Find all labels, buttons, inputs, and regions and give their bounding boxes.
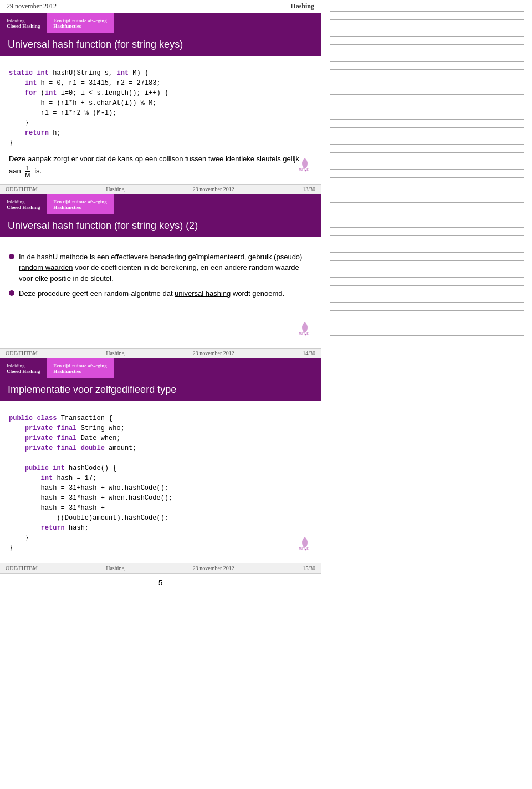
slide-2-bullets: In de hashU methode is een effectievere …	[9, 252, 312, 299]
sidebar-line	[330, 335, 524, 336]
bullet-dot-2	[9, 290, 14, 296]
sidebar-line	[330, 294, 524, 294]
slide-2-footer-date: 29 november 2012	[193, 350, 234, 356]
sidebar-line	[330, 310, 524, 311]
sidebar-line	[330, 211, 524, 211]
sidebar-line	[330, 69, 524, 70]
sidebar-line	[330, 285, 524, 286]
sidebar-line	[330, 327, 524, 327]
sidebar-line	[330, 28, 524, 28]
sidebar-line	[330, 19, 524, 20]
sidebar-line	[330, 319, 524, 319]
slide-1-tab-2-bottom: Hashfuncties	[53, 23, 107, 29]
slide-1-text: Deze aanpak zorgt er voor dat de kans op…	[9, 153, 312, 178]
slide-1: Inleiding Closed Hashing Een tijd-ruimte…	[0, 13, 321, 194]
slide-2-logo: tunys	[296, 319, 313, 337]
sidebar-line	[330, 44, 524, 45]
slide-1-footer-left: ODE/FHTBM	[6, 186, 38, 192]
slide-3: Inleiding Closed Hashing Een tijd-ruimte…	[0, 358, 321, 573]
slide-1-footer-page: 13/30	[303, 186, 315, 192]
slide-3-tab-1-bottom: Closed Hashing	[7, 368, 40, 374]
slide-1-tab-1[interactable]: Inleiding Closed Hashing	[0, 13, 47, 33]
header-date: 29 november 2012	[7, 2, 57, 11]
slide-3-code: public class Transaction { private final…	[9, 413, 312, 553]
sidebar-line	[330, 219, 524, 219]
header-title: Hashing	[290, 2, 314, 11]
bullet-dot-1	[9, 254, 14, 259]
slide-2-footer-left: ODE/FHTBM	[6, 350, 38, 356]
slide-1-tab-2-top: Een tijd-ruimte afweging	[53, 18, 107, 23]
slide-1-tab-1-top: Inleiding	[7, 18, 40, 23]
slide-2: Inleiding Closed Hashing Een tijd-ruimte…	[0, 194, 321, 358]
slide-3-footer-center: Hashing	[106, 565, 124, 571]
sidebar-line	[330, 302, 524, 303]
slide-2-tab-1-top: Inleiding	[7, 199, 40, 204]
right-sidebar	[321, 0, 532, 789]
page-header: 29 november 2012 Hashing	[0, 0, 321, 13]
slide-2-nav: Inleiding Closed Hashing Een tijd-ruimte…	[0, 194, 321, 214]
sidebar-line	[330, 186, 524, 186]
sidebar-line	[330, 144, 524, 145]
sidebar-line	[330, 260, 524, 261]
slide-3-logo: tunys	[296, 534, 313, 552]
slide-3-tab-2-bottom: Hashfuncties	[53, 368, 107, 374]
sidebar-line	[330, 202, 524, 203]
sidebar-line	[330, 103, 524, 103]
sidebar-line	[330, 36, 524, 37]
sidebar-line	[330, 78, 524, 78]
sidebar-line	[330, 244, 524, 244]
slide-3-nav: Inleiding Closed Hashing Een tijd-ruimte…	[0, 358, 321, 378]
slide-1-tab-2[interactable]: Een tijd-ruimte afweging Hashfuncties	[47, 13, 114, 33]
slide-1-nav: Inleiding Closed Hashing Een tijd-ruimte…	[0, 13, 321, 33]
page-wrapper: 29 november 2012 Hashing Inleiding Close…	[0, 0, 532, 789]
sidebar-line	[330, 161, 524, 161]
slide-2-footer: ODE/FHTBM Hashing 29 november 2012 14/30	[0, 348, 321, 358]
slide-3-tab-1-top: Inleiding	[7, 363, 40, 368]
slide-2-title: Universal hash function (for string keys…	[0, 214, 321, 237]
sidebar-lines	[330, 6, 524, 336]
sidebar-line	[330, 235, 524, 236]
slide-2-tab-2-bottom: Hashfuncties	[53, 204, 107, 210]
slide-3-tab-2[interactable]: Een tijd-ruimte afweging Hashfuncties	[47, 358, 114, 378]
sidebar-line	[330, 152, 524, 153]
slide-1-footer: ODE/FHTBM Hashing 29 november 2012 13/30	[0, 184, 321, 194]
slide-1-footer-date: 29 november 2012	[193, 186, 234, 192]
svg-text:tunys: tunys	[299, 167, 309, 172]
slide-3-body: public class Transaction { private final…	[0, 401, 321, 563]
slide-1-logo: tunys	[296, 155, 313, 173]
sidebar-line	[330, 53, 524, 53]
svg-text:tunys: tunys	[299, 546, 309, 551]
slide-2-footer-center: Hashing	[106, 350, 124, 356]
slide-3-footer: ODE/FHTBM Hashing 29 november 2012 15/30	[0, 563, 321, 573]
sidebar-line	[330, 194, 524, 194]
sidebar-line	[330, 227, 524, 228]
slide-3-footer-date: 29 november 2012	[193, 565, 234, 571]
page-number: 5	[0, 573, 321, 591]
slide-1-tab-1-bottom: Closed Hashing	[7, 23, 40, 29]
slide-3-tab-1[interactable]: Inleiding Closed Hashing	[0, 358, 47, 378]
slide-2-tab-1-bottom: Closed Hashing	[7, 204, 40, 210]
sidebar-line	[330, 94, 524, 95]
sidebar-line	[330, 269, 524, 269]
sidebar-line	[330, 252, 524, 253]
slide-2-body: In de hashU methode is een effectievere …	[0, 237, 321, 348]
sidebar-line	[330, 177, 524, 178]
slide-2-tab-2-top: Een tijd-ruimte afweging	[53, 199, 107, 204]
slide-3-tab-2-top: Een tijd-ruimte afweging	[53, 363, 107, 368]
slide-1-footer-center: Hashing	[106, 186, 124, 192]
sidebar-line	[330, 86, 524, 86]
main-content: 29 november 2012 Hashing Inleiding Close…	[0, 0, 321, 789]
slide-2-tab-2[interactable]: Een tijd-ruimte afweging Hashfuncties	[47, 194, 114, 214]
sidebar-line	[330, 277, 524, 278]
slide-1-title: Universal hash function (for string keys…	[0, 33, 321, 56]
slide-3-footer-left: ODE/FHTBM	[6, 565, 38, 571]
svg-text:tunys: tunys	[299, 331, 309, 336]
slide-2-tab-1[interactable]: Inleiding Closed Hashing	[0, 194, 47, 214]
slide-1-code: static int hashU(String s, int M) { int …	[9, 68, 312, 148]
sidebar-line	[330, 61, 524, 62]
fraction-1-M: 1 M	[24, 165, 31, 178]
sidebar-line	[330, 127, 524, 128]
slide-3-title: Implementatie voor zelfgedifieerd type	[0, 378, 321, 401]
sidebar-line	[330, 136, 524, 136]
slide-1-body: static int hashU(String s, int M) { int …	[0, 56, 321, 184]
